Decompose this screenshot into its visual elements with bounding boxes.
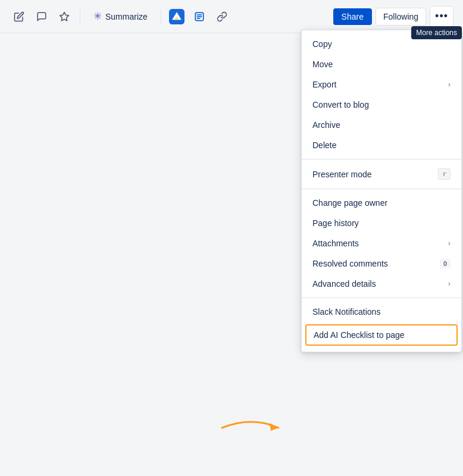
svg-point-3: [175, 17, 178, 20]
arrow-svg: [216, 410, 293, 443]
star-icon[interactable]: [55, 7, 74, 26]
resolved-comments-badge: 0: [440, 259, 451, 268]
menu-item-export[interactable]: Export ›: [302, 74, 461, 95]
menu-item-change-page-owner[interactable]: Change page owner: [302, 193, 461, 213]
presenter-shortcut: r: [438, 168, 451, 180]
more-dots-icon: •••: [435, 10, 448, 23]
menu-item-resolved-comments[interactable]: Resolved comments 0: [302, 253, 461, 274]
menu-item-presenter-mode[interactable]: Presenter mode r: [302, 163, 461, 185]
menu-item-archive[interactable]: Archive: [302, 115, 461, 135]
toolbar-wrapper: ✳ Summarize: [0, 0, 463, 33]
share-button[interactable]: Share: [333, 8, 372, 25]
arrow-annotation: [216, 410, 293, 445]
summarize-label: Summarize: [105, 12, 148, 21]
menu-section-4: Slack Notifications Add AI Checklist to …: [302, 298, 461, 352]
comment-icon[interactable]: [32, 7, 51, 26]
menu-section-1: Copy Move Export › Convert to blog Archi…: [302, 30, 461, 159]
attachments-chevron-icon: ›: [448, 239, 451, 248]
toolbar: ✳ Summarize: [0, 0, 463, 33]
summarize-button[interactable]: ✳ Summarize: [86, 7, 155, 26]
menu-item-move[interactable]: Move: [302, 54, 461, 74]
divider-2: [161, 10, 161, 24]
edit-icon[interactable]: [10, 7, 29, 26]
menu-item-page-history[interactable]: Page history: [302, 213, 461, 233]
svg-marker-0: [60, 12, 69, 20]
menu-item-attachments[interactable]: Attachments ›: [302, 233, 461, 253]
divider-1: [80, 10, 80, 24]
link-icon[interactable]: [212, 7, 232, 26]
summarize-spark-icon: ✳: [93, 10, 102, 23]
more-actions-tooltip: More actions: [411, 26, 462, 39]
menu-item-slack-notifications[interactable]: Slack Notifications: [302, 302, 461, 322]
toolbar-right: Share Following •••: [333, 6, 453, 27]
advanced-details-chevron-icon: ›: [448, 280, 451, 288]
menu-section-2: Presenter mode r: [302, 159, 461, 189]
export-chevron-icon: ›: [448, 80, 451, 89]
app-icon[interactable]: [167, 7, 186, 26]
menu-section-3: Change page owner Page history Attachmen…: [302, 189, 461, 298]
menu-item-add-ai-checklist[interactable]: Add AI Checklist to page: [305, 324, 458, 346]
page-icon[interactable]: [190, 7, 209, 26]
more-actions-button[interactable]: •••: [430, 6, 453, 27]
menu-item-advanced-details[interactable]: Advanced details ›: [302, 274, 461, 294]
menu-item-delete[interactable]: Delete: [302, 135, 461, 155]
following-button[interactable]: Following: [376, 8, 426, 26]
dropdown-menu: Copy Move Export › Convert to blog Archi…: [301, 30, 462, 352]
menu-item-convert-to-blog[interactable]: Convert to blog: [302, 95, 461, 115]
